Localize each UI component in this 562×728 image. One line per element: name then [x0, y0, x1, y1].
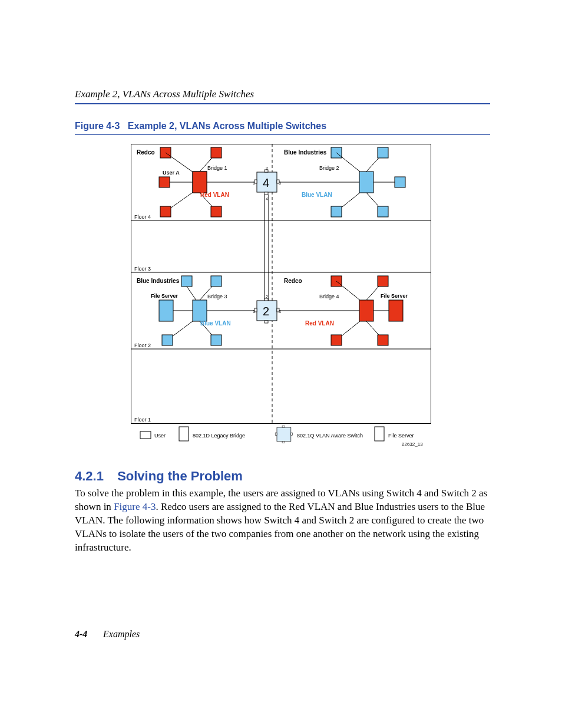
switch-top: 4: [263, 176, 269, 189]
section-heading: 4.2.1 Solving the Problem: [75, 469, 243, 484]
bl-server: File Server: [151, 293, 178, 299]
tl-bridge: Bridge 1: [207, 165, 227, 171]
svg-rect-45: [359, 300, 373, 321]
page-number: 4-4: [75, 629, 87, 640]
header-rule: [75, 103, 490, 104]
img-id: 22632_13: [402, 442, 423, 447]
sw-bot-p2: 2: [266, 295, 268, 299]
switch-bottom: 2: [263, 305, 269, 318]
tl-company: Redco: [137, 149, 155, 156]
figure-label: Figure 4-3: [75, 121, 120, 131]
tl-vlan: Red VLAN: [200, 192, 229, 198]
br-server: File Server: [381, 293, 408, 299]
svg-rect-46: [140, 431, 151, 439]
section-number: 4.2.1: [75, 469, 114, 484]
floor-1-label: Floor 1: [134, 417, 151, 423]
svg-rect-37: [193, 300, 207, 321]
svg-rect-44: [389, 300, 403, 321]
floor-4-label: Floor 4: [134, 214, 151, 220]
figure-rule: [75, 134, 490, 135]
tr-vlan: Blue VLAN: [302, 192, 332, 198]
br-vlan: Red VLAN: [305, 320, 334, 327]
sw-top-p1: 1: [253, 181, 255, 185]
tr-bridge: Bridge 2: [319, 165, 339, 171]
bl-company: Blue Industries: [137, 278, 180, 284]
svg-rect-27: [359, 172, 373, 193]
sw-top-p3: 3: [279, 181, 281, 185]
section-title: Solving the Problem: [117, 469, 243, 483]
figure-caption: Figure 4-3 Example 2, VLANs Across Multi…: [75, 121, 326, 131]
legend-user: User: [154, 433, 166, 439]
legend-aware: 802.1Q VLAN Aware Switch: [297, 433, 363, 439]
bl-vlan: Blue VLAN: [200, 320, 231, 327]
svg-rect-48: [375, 427, 384, 441]
network-diagram: Floor 4 Floor 3 Floor 2 Floor 1 Redco Us…: [131, 144, 431, 459]
svg-rect-36: [159, 300, 173, 321]
br-bridge: Bridge 4: [319, 294, 339, 299]
legend-legacy: 802.1D Legacy Bridge: [193, 433, 245, 439]
sw-bot-p1: 1: [253, 309, 255, 314]
sw-bot-p3: 3: [279, 309, 281, 314]
svg-rect-20: [193, 172, 207, 193]
bl-bridge: Bridge 3: [207, 294, 227, 299]
running-header: Example 2, VLANs Across Multiple Switche…: [75, 88, 254, 100]
br-company: Redco: [284, 278, 302, 284]
floor-2-label: Floor 2: [134, 342, 151, 348]
figure-xref[interactable]: Figure 4-3: [114, 501, 156, 512]
tl-user: User A: [163, 170, 180, 176]
sw-top-p4: 4: [266, 197, 268, 201]
floor-3-label: Floor 3: [134, 266, 151, 272]
svg-rect-47: [179, 427, 189, 441]
sw-top-p2: 2: [266, 166, 268, 170]
chapter-name: Examples: [103, 629, 140, 640]
figure-title: Example 2, VLANs Across Multiple Switche…: [128, 121, 326, 131]
body-paragraph: To solve the problem in this example, th…: [75, 487, 490, 555]
legend-server: File Server: [388, 433, 414, 439]
tr-company: Blue Industries: [284, 149, 327, 156]
